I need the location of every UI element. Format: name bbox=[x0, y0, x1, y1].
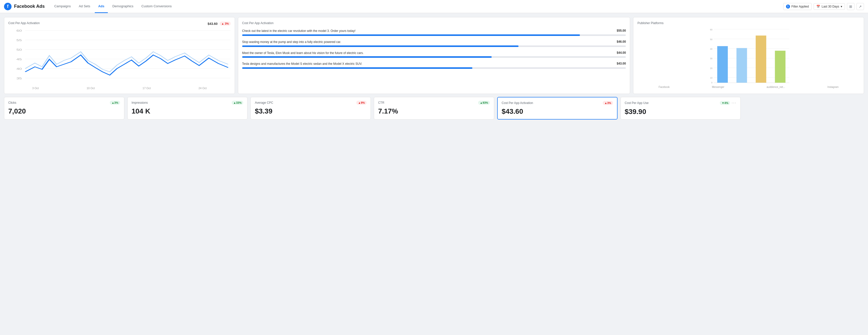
publisher-platforms-card: Publisher Platforms 60 50 40 30 20 10 0 bbox=[633, 17, 864, 94]
ad-row-2: Meet the owner of Tesla, Elon Musk and l… bbox=[242, 51, 626, 55]
nav-tab-custom-conversions[interactable]: Custom Conversions bbox=[138, 0, 175, 13]
ad-item-3: Tesla designs and manufactures the Model… bbox=[242, 62, 626, 69]
metric-title-cost-per-app-activation: Cost Per App Activation bbox=[502, 101, 533, 105]
chevron-down-icon: ▾ bbox=[841, 5, 842, 8]
metric-card-cost-per-app-use[interactable]: Cost Per App Use ▼4% ··· $39.90 bbox=[621, 97, 741, 119]
header: f Facebook Ads CampaignsAd SetsAdsDemogr… bbox=[0, 0, 868, 13]
bar-x-labels: Facebook Messenger auddience_net... Inst… bbox=[637, 86, 860, 88]
metric-value-avg-cpc: $3.39 bbox=[255, 107, 367, 115]
metric-value-cost-per-app-use: $39.90 bbox=[625, 108, 737, 116]
metric-badge-avg-cpc: ▲9% bbox=[356, 101, 367, 105]
nav-tab-demographics[interactable]: Demographics bbox=[109, 0, 137, 13]
metric-badge-cost-per-app-use: ▼4% bbox=[720, 101, 730, 105]
metric-header-clicks: Clicks ▲3% bbox=[8, 101, 120, 105]
ad-item-1: Stop wasting money at the pump and step … bbox=[242, 40, 626, 47]
filter-button[interactable]: 1 Filter Applied bbox=[783, 3, 812, 10]
app-title: Facebook Ads bbox=[14, 4, 44, 9]
metric-card-cost-per-app-activation[interactable]: Cost Per App Activation ▲3% $43.60 bbox=[497, 97, 618, 119]
top-row: Cost Per App Activation $43.60 ▲ 3% 60 5… bbox=[4, 17, 864, 94]
bar-chart-area: 60 50 40 30 20 10 0 bbox=[637, 27, 860, 85]
x-axis-labels: 3 Oct 10 Oct 17 Oct 24 Oct bbox=[8, 87, 231, 90]
ad-row-3: Tesla designs and manufactures the Model… bbox=[242, 62, 626, 66]
metric-badge-impressions: ▲33% bbox=[232, 101, 244, 105]
nav-tab-ads[interactable]: Ads bbox=[95, 0, 108, 13]
progress-track-1 bbox=[242, 46, 626, 47]
metric-badges-cost-per-app-activation: ▲3% bbox=[603, 101, 613, 105]
share-icon: ↗ bbox=[859, 4, 862, 8]
metric-title-impressions: Impressions bbox=[132, 101, 148, 105]
metric-header-cost-per-app-activation: Cost Per App Activation ▲3% bbox=[502, 101, 613, 105]
metric-title-clicks: Clicks bbox=[8, 101, 16, 105]
facebook-logo-icon: f bbox=[4, 3, 11, 10]
columns-icon: ⊞ bbox=[849, 4, 852, 8]
ad-row-0: Check out the latest in the electric car… bbox=[242, 29, 626, 33]
svg-text:60: 60 bbox=[710, 28, 713, 31]
bar-label-audience: auddience_net... bbox=[767, 86, 785, 88]
metric-badge-clicks: ▲3% bbox=[110, 101, 120, 105]
share-button[interactable]: ↗ bbox=[857, 3, 864, 10]
nav-tab-adsets[interactable]: Ad Sets bbox=[75, 0, 94, 13]
metric-value-clicks: 7,020 bbox=[8, 107, 120, 115]
progress-fill-2 bbox=[242, 56, 492, 58]
bar-audience-network bbox=[756, 36, 766, 83]
metrics-row: Clicks ▲3% 7,020 Impressions ▲33% 104 K … bbox=[4, 97, 864, 119]
ad-price-1: $46.00 bbox=[617, 40, 626, 44]
nav-tabs: CampaignsAd SetsAdsDemographicsCustom Co… bbox=[51, 0, 175, 13]
metric-badge-ctr: ▲93% bbox=[478, 101, 490, 105]
chart-header: Cost Per App Activation $43.60 ▲ 3% bbox=[8, 21, 231, 26]
x-label-1: 3 Oct bbox=[32, 87, 39, 90]
svg-text:55: 55 bbox=[17, 39, 22, 42]
cost-per-app-activation-chart-card: Cost Per App Activation $43.60 ▲ 3% 60 5… bbox=[4, 17, 235, 94]
metric-card-impressions[interactable]: Impressions ▲33% 104 K bbox=[127, 97, 248, 119]
ad-text-1: Stop wasting money at the pump and step … bbox=[242, 40, 341, 44]
ad-text-0: Check out the latest in the electric car… bbox=[242, 29, 355, 33]
metric-header-avg-cpc: Average CPC ▲9% bbox=[255, 101, 367, 105]
nav-tab-campaigns[interactable]: Campaigns bbox=[51, 0, 74, 13]
ad-text-3: Tesla designs and manufactures the Model… bbox=[242, 62, 362, 66]
metric-card-avg-cpc[interactable]: Average CPC ▲9% $3.39 bbox=[250, 97, 371, 119]
ad-price-0: $55.00 bbox=[617, 29, 626, 32]
metric-title-ctr: CTR bbox=[378, 101, 384, 105]
bar-label-instagram: Instagram bbox=[827, 86, 838, 88]
main-content: Cost Per App Activation $43.60 ▲ 3% 60 5… bbox=[0, 13, 868, 123]
date-range-button[interactable]: 📅 Last 30 Days ▾ bbox=[814, 3, 845, 10]
bar-label-facebook: Facebook bbox=[659, 86, 670, 88]
progress-track-3 bbox=[242, 67, 626, 69]
bar-chart-svg: 60 50 40 30 20 10 0 bbox=[637, 27, 860, 85]
progress-track-0 bbox=[242, 34, 626, 36]
svg-text:30: 30 bbox=[710, 57, 713, 60]
ad-price-2: $44.00 bbox=[617, 51, 626, 55]
svg-text:50: 50 bbox=[17, 49, 22, 51]
metric-title-cost-per-app-use: Cost Per App Use bbox=[625, 101, 649, 105]
x-label-4: 24 Oct bbox=[198, 87, 207, 90]
more-options-button[interactable]: ··· bbox=[732, 101, 736, 105]
publisher-title: Publisher Platforms bbox=[637, 21, 860, 25]
ad-price-3: $43.00 bbox=[617, 62, 626, 65]
date-label: Last 30 Days bbox=[822, 5, 839, 8]
metric-card-ctr[interactable]: CTR ▲93% 7.17% bbox=[374, 97, 494, 119]
x-label-3: 17 Oct bbox=[143, 87, 151, 90]
progress-fill-3 bbox=[242, 67, 473, 69]
svg-text:35: 35 bbox=[17, 77, 22, 80]
ad-item-2: Meet the owner of Tesla, Elon Musk and l… bbox=[242, 51, 626, 58]
progress-fill-0 bbox=[242, 34, 580, 36]
svg-text:60: 60 bbox=[17, 29, 22, 32]
svg-text:40: 40 bbox=[17, 67, 22, 70]
ad-text-2: Meet the owner of Tesla, Elon Musk and l… bbox=[242, 51, 364, 55]
metric-card-clicks[interactable]: Clicks ▲3% 7,020 bbox=[4, 97, 124, 119]
columns-button[interactable]: ⊞ bbox=[847, 3, 855, 10]
bar-messenger bbox=[737, 48, 747, 83]
svg-text:0: 0 bbox=[711, 81, 713, 84]
calendar-icon: 📅 bbox=[816, 5, 820, 8]
filter-label: Filter Applied bbox=[792, 5, 809, 8]
chart-value: $43.60 bbox=[208, 22, 218, 26]
ad-item-0: Check out the latest in the electric car… bbox=[242, 29, 626, 36]
metric-value-impressions: 104 K bbox=[132, 107, 244, 115]
ad-items-list: Check out the latest in the electric car… bbox=[242, 29, 626, 69]
metric-badges-cost-per-app-use: ▼4% ··· bbox=[720, 101, 736, 105]
metric-header-cost-per-app-use: Cost Per App Use ▼4% ··· bbox=[625, 101, 737, 105]
svg-text:50: 50 bbox=[710, 38, 713, 41]
metric-badges-clicks: ▲3% bbox=[110, 101, 120, 105]
filter-badge: 1 bbox=[786, 4, 790, 8]
ad-list-title: Cost Per App Activation bbox=[242, 21, 626, 25]
